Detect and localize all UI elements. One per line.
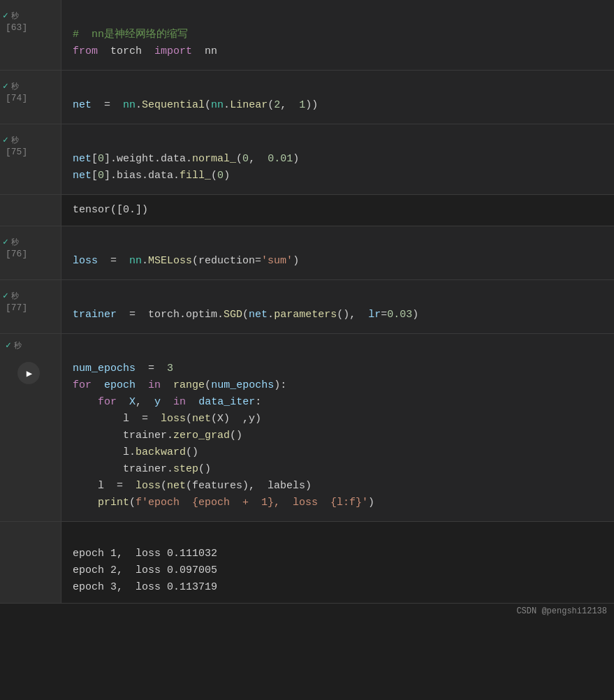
cell-running-content[interactable]: num_epochs = 3 for epoch in range(num_ep… bbox=[61, 334, 614, 521]
cell-77: ✓ 秒 [77] trainer = torch.optim.SGD(net.p… bbox=[0, 280, 614, 334]
check-icon-76: ✓ bbox=[3, 236, 8, 247]
output-gutter-running bbox=[0, 522, 61, 603]
time-label-75: 秒 bbox=[11, 135, 19, 145]
cell-63-gutter: ✓ 秒 [63] bbox=[0, 0, 61, 70]
time-label-running: 秒 bbox=[14, 340, 22, 351]
kw-from: from bbox=[73, 45, 98, 57]
exec-number-77: [77] bbox=[0, 302, 27, 313]
check-icon-74: ✓ bbox=[3, 80, 8, 92]
cell-76-content[interactable]: loss = nn.MSELoss(reduction='sum') bbox=[61, 226, 614, 279]
cell-76-gutter: ✓ 秒 [76] bbox=[0, 226, 61, 279]
check-icon-63: ✓ bbox=[3, 10, 8, 21]
cell-76: ✓ 秒 [76] loss = nn.MSELoss(reduction='su… bbox=[0, 226, 614, 280]
cell-running-gutter: ✓ 秒 ▶ bbox=[0, 334, 61, 521]
exec-number-76: [76] bbox=[0, 249, 27, 259]
check-icon-75: ✓ bbox=[3, 134, 8, 145]
time-label-77: 秒 bbox=[11, 291, 19, 301]
comment-63: # nn是神经网络的缩写 bbox=[73, 29, 188, 41]
cell-running: ✓ 秒 ▶ num_epochs = 3 for epoch in range(… bbox=[0, 334, 614, 522]
cell-77-status: ✓ 秒 bbox=[0, 290, 57, 301]
epoch-1-output: epoch 1, loss 0.111032 bbox=[73, 548, 217, 560]
notebook: ✓ 秒 [63] # nn是神经网络的缩写 from torch import … bbox=[0, 0, 614, 619]
kw-import: import bbox=[154, 45, 192, 57]
time-label-76: 秒 bbox=[11, 237, 19, 247]
cell-running-output: epoch 1, loss 0.111032 epoch 2, loss 0.0… bbox=[0, 522, 614, 604]
output-content-running: epoch 1, loss 0.111032 epoch 2, loss 0.0… bbox=[61, 522, 614, 603]
time-label-74: 秒 bbox=[11, 81, 19, 92]
cell-77-gutter: ✓ 秒 [77] bbox=[0, 280, 61, 333]
run-button[interactable]: ▶ bbox=[17, 362, 40, 384]
cell-75-status: ✓ 秒 bbox=[0, 134, 57, 145]
cell-74-gutter: ✓ 秒 [74] bbox=[0, 71, 61, 124]
cell-63-status: ✓ 秒 bbox=[0, 10, 57, 21]
cell-75-gutter: ✓ 秒 [75] bbox=[0, 124, 61, 194]
exec-number-63: [63] bbox=[0, 22, 27, 33]
epoch-3-output: epoch 3, loss 0.113719 bbox=[73, 581, 217, 593]
cell-74-status: ✓ 秒 bbox=[0, 80, 57, 92]
check-icon-running: ✓ bbox=[6, 340, 11, 351]
cell-75-output: tensor([0.]) bbox=[0, 195, 614, 226]
watermark: CSDN @pengshi12138 bbox=[0, 604, 614, 619]
cell-75: ✓ 秒 [75] net[0].weight.data.normal_(0, 0… bbox=[0, 124, 614, 195]
check-icon-77: ✓ bbox=[3, 290, 8, 301]
cell-76-status: ✓ 秒 bbox=[0, 236, 57, 247]
exec-number-75: [75] bbox=[0, 147, 27, 157]
cell-74: ✓ 秒 [74] net = nn.Sequential(nn.Linear(2… bbox=[0, 71, 614, 124]
time-label-63: 秒 bbox=[11, 10, 19, 21]
cell-75-content[interactable]: net[0].weight.data.normal_(0, 0.01) net[… bbox=[61, 124, 614, 194]
output-content-75: tensor([0.]) bbox=[61, 195, 614, 226]
exec-number-74: [74] bbox=[0, 93, 27, 103]
cell-63-content[interactable]: # nn是神经网络的缩写 from torch import nn bbox=[61, 0, 614, 70]
cell-63: ✓ 秒 [63] # nn是神经网络的缩写 from torch import … bbox=[0, 0, 614, 71]
epoch-2-output: epoch 2, loss 0.097005 bbox=[73, 564, 217, 576]
watermark-text: CSDN @pengshi12138 bbox=[516, 606, 607, 616]
output-gutter-75 bbox=[0, 195, 61, 226]
play-icon: ▶ bbox=[27, 367, 32, 379]
cell-74-content[interactable]: net = nn.Sequential(nn.Linear(2, 1)) bbox=[61, 71, 614, 124]
cell-77-content[interactable]: trainer = torch.optim.SGD(net.parameters… bbox=[61, 280, 614, 333]
